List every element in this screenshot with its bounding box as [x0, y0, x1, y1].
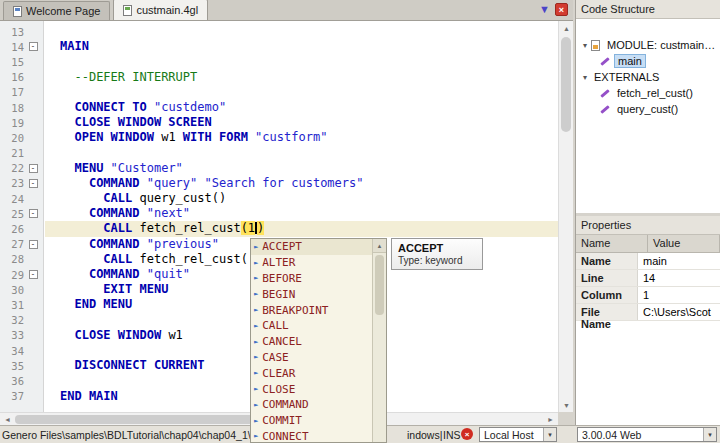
- code-token: [60, 328, 74, 342]
- code-token: [60, 267, 89, 281]
- property-value[interactable]: 1: [638, 287, 720, 303]
- code-line[interactable]: CONNECT TO "custdemo": [45, 100, 558, 115]
- code-line[interactable]: [45, 24, 558, 39]
- tab-custmain-4gl[interactable]: custmain.4gl: [113, 0, 208, 20]
- code-token: [139, 267, 146, 281]
- host-select[interactable]: Local Host ▾: [479, 427, 557, 442]
- code-line[interactable]: MAIN: [45, 39, 558, 54]
- code-token: [139, 206, 146, 220]
- vertical-scroll-thumb[interactable]: [561, 37, 571, 132]
- autocomplete-item-label: ACCEPT: [262, 240, 302, 253]
- error-icon[interactable]: ×: [461, 428, 473, 440]
- chevron-down-icon[interactable]: ▾: [543, 428, 556, 441]
- property-value[interactable]: 14: [638, 270, 720, 286]
- fold-toggle-icon[interactable]: -: [29, 240, 38, 249]
- autocomplete-item[interactable]: ►COMMIT: [251, 413, 372, 429]
- code-line[interactable]: CALL query_cust(): [45, 191, 558, 206]
- keyword-icon: ►: [254, 417, 258, 425]
- fold-toggle-icon[interactable]: -: [29, 42, 38, 51]
- expander-icon[interactable]: ▾: [579, 41, 591, 50]
- gutter-row: 29-: [0, 267, 43, 282]
- code-token: DISCONNECT CURRENT: [74, 358, 204, 372]
- code-line[interactable]: MENU "Customer": [45, 161, 558, 176]
- properties-column-name[interactable]: Name: [576, 235, 648, 252]
- code-token: [60, 191, 103, 205]
- editor-vertical-scrollbar[interactable]: ▲ ▼: [558, 21, 573, 412]
- code-line[interactable]: [45, 85, 558, 100]
- code-line[interactable]: OPEN WINDOW w1 WITH FORM "custform": [45, 130, 558, 145]
- code-line[interactable]: [45, 54, 558, 69]
- autocomplete-item[interactable]: ►CASE: [251, 350, 372, 366]
- autocomplete-item[interactable]: ►ALTER: [251, 255, 372, 271]
- property-name: Line: [576, 270, 638, 286]
- autocomplete-scrollbar[interactable]: ▲: [372, 239, 386, 442]
- tree-item-label: main: [614, 54, 646, 68]
- tree-item-label: query_cust(): [614, 103, 681, 115]
- gutter-row: 15: [0, 54, 43, 69]
- close-icon[interactable]: ×: [555, 3, 568, 16]
- code-token: MENU: [74, 161, 103, 175]
- gutter-row: 14-: [0, 39, 43, 54]
- code-token: [60, 237, 89, 251]
- autocomplete-item[interactable]: ►COMMAND: [251, 397, 372, 413]
- autocomplete-item[interactable]: ►BREAKPOINT: [251, 302, 372, 318]
- properties-column-value[interactable]: Value: [648, 235, 720, 252]
- fold-toggle-icon[interactable]: -: [29, 164, 38, 173]
- autocomplete-item[interactable]: ►CLEAR: [251, 365, 372, 381]
- code-line[interactable]: [45, 146, 558, 161]
- code-line[interactable]: CLOSE WINDOW SCREEN: [45, 115, 558, 130]
- code-line[interactable]: COMMAND "query" "Search for customers": [45, 176, 558, 191]
- filter-icon[interactable]: ▼: [539, 3, 550, 16]
- keyword-tooltip: ACCEPT Type: keyword: [391, 238, 483, 270]
- chevron-down-icon[interactable]: ▾: [703, 428, 716, 441]
- tree-item-main[interactable]: main: [576, 53, 720, 69]
- code-token: fetch_rel_cust: [132, 221, 240, 235]
- autocomplete-item[interactable]: ►CONNECT: [251, 429, 372, 443]
- ide-window: Welcome Pagecustmain.4gl ▼ × 1314-151617…: [0, 0, 720, 443]
- version-select[interactable]: 3.00.04 Web ▾: [577, 427, 717, 442]
- autocomplete-scroll-thumb[interactable]: [375, 255, 384, 315]
- fold-column: -: [24, 179, 42, 188]
- fold-toggle-icon[interactable]: -: [29, 179, 38, 188]
- code-token: [60, 206, 89, 220]
- autocomplete-item[interactable]: ►CANCEL: [251, 334, 372, 350]
- line-number-gutter: 1314-1516171819202122-23-2425-2627-2829-…: [0, 21, 44, 412]
- gutter-row: 31: [0, 297, 43, 312]
- scroll-up-icon[interactable]: ▲: [559, 21, 574, 35]
- tab-welcome-page[interactable]: Welcome Page: [3, 1, 110, 20]
- fold-toggle-icon[interactable]: -: [29, 209, 38, 218]
- code-token: WITH FORM: [183, 130, 248, 144]
- tree-item-query-cust[interactable]: query_cust(): [576, 101, 720, 117]
- autocomplete-item[interactable]: ►BEGIN: [251, 286, 372, 302]
- autocomplete-item[interactable]: ►CLOSE: [251, 381, 372, 397]
- tree-item-module-custmain-4gl[interactable]: ▾MODULE: custmain.4gl: [576, 37, 720, 53]
- keyword-icon: ►: [254, 274, 258, 282]
- autocomplete-item-label: CLOSE: [262, 383, 295, 396]
- fold-toggle-icon[interactable]: -: [29, 270, 38, 279]
- code-line[interactable]: --DEFER INTERRUPT: [45, 70, 558, 85]
- scroll-up-icon[interactable]: ▲: [373, 239, 386, 253]
- property-value[interactable]: C:\Users\Scot: [638, 304, 720, 320]
- version-select-value: 3.00.04 Web: [578, 429, 703, 441]
- line-number: 26: [0, 223, 24, 235]
- keyword-icon: ►: [254, 353, 258, 361]
- autocomplete-item[interactable]: ►CALL: [251, 318, 372, 334]
- keyword-icon: ►: [254, 369, 258, 377]
- property-row: Line14: [576, 270, 720, 287]
- autocomplete-item-label: CASE: [262, 351, 289, 364]
- expander-icon[interactable]: ▾: [579, 73, 591, 82]
- code-line[interactable]: COMMAND "next": [45, 206, 558, 221]
- tree-item-externals[interactable]: ▾EXTERNALS: [576, 69, 720, 85]
- line-number: 22: [0, 162, 24, 174]
- code-token: "next": [147, 206, 190, 220]
- autocomplete-item[interactable]: ►BEFORE: [251, 271, 372, 287]
- autocomplete-item-label: ALTER: [262, 256, 295, 269]
- code-line[interactable]: CALL fetch_rel_cust(1): [45, 221, 558, 236]
- tree-item-fetch-rel-cust[interactable]: fetch_rel_cust(): [576, 85, 720, 101]
- autocomplete-item[interactable]: ►ACCEPT: [251, 239, 372, 255]
- scroll-down-icon[interactable]: ▼: [559, 398, 574, 412]
- horizontal-scroll-thumb[interactable]: [15, 415, 285, 424]
- property-value[interactable]: main: [638, 253, 720, 269]
- keyword-icon: ►: [254, 401, 258, 409]
- code-token: query_cust(): [132, 191, 226, 205]
